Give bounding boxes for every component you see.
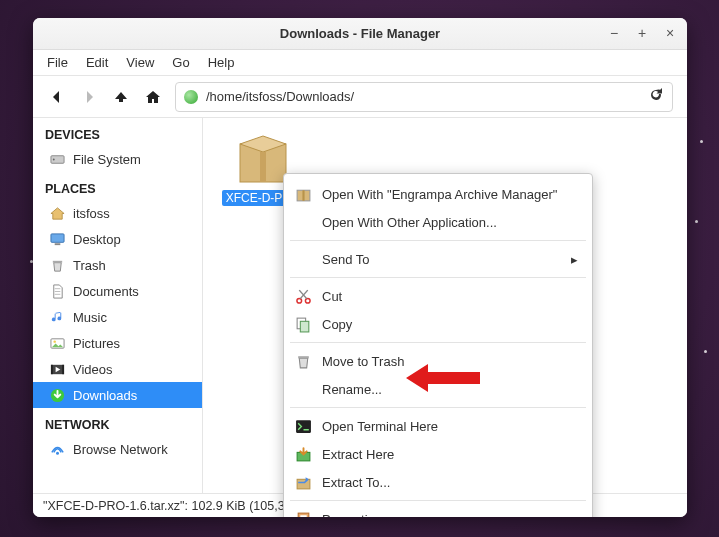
menu-view[interactable]: View: [118, 52, 162, 73]
copy-icon: [294, 315, 312, 333]
content-area[interactable]: XFCE-D-PRO Open With "Engrampa Archive M…: [203, 118, 687, 493]
ctx-label: Cut: [322, 289, 342, 304]
user-home-icon: [49, 205, 65, 221]
sidebar-item-itsfoss[interactable]: itsfoss: [33, 200, 202, 226]
refresh-button[interactable]: [648, 87, 664, 106]
properties-icon: [294, 510, 312, 517]
svg-rect-9: [62, 364, 64, 373]
menu-go[interactable]: Go: [164, 52, 197, 73]
context-menu: Open With "Engrampa Archive Manager" Ope…: [283, 173, 593, 517]
ctx-label: Properties...: [322, 512, 392, 518]
ctx-label: Rename...: [322, 382, 382, 397]
ctx-extract-here[interactable]: Extract Here: [284, 440, 592, 468]
sidebar-header-devices: DEVICES: [33, 118, 202, 146]
body: DEVICES File System PLACES itsfoss Deskt…: [33, 118, 687, 493]
minimize-button[interactable]: −: [607, 26, 621, 40]
ctx-label: Extract Here: [322, 447, 394, 462]
sidebar-item-label: Pictures: [73, 336, 120, 351]
trash-icon: [294, 352, 312, 370]
menu-file[interactable]: File: [39, 52, 76, 73]
documents-icon: [49, 283, 65, 299]
separator: [290, 500, 586, 501]
address-path: /home/itsfoss/Downloads/: [206, 89, 640, 104]
svg-rect-4: [52, 260, 61, 262]
menubar: File Edit View Go Help: [33, 50, 687, 76]
terminal-icon: [294, 417, 312, 435]
ctx-cut[interactable]: Cut: [284, 282, 592, 310]
svg-point-1: [52, 158, 54, 160]
extract-here-icon: [294, 445, 312, 463]
separator: [290, 407, 586, 408]
menu-edit[interactable]: Edit: [78, 52, 116, 73]
address-bar[interactable]: /home/itsfoss/Downloads/: [175, 82, 673, 112]
drive-icon: [49, 151, 65, 167]
sidebar: DEVICES File System PLACES itsfoss Deskt…: [33, 118, 203, 493]
ctx-label: Send To: [322, 252, 369, 267]
ctx-label: Copy: [322, 317, 352, 332]
ctx-label: Open With "Engrampa Archive Manager": [322, 187, 557, 202]
videos-icon: [49, 361, 65, 377]
menu-help[interactable]: Help: [200, 52, 243, 73]
ctx-open-with-engrampa[interactable]: Open With "Engrampa Archive Manager": [284, 180, 592, 208]
back-button[interactable]: [47, 87, 67, 107]
titlebar[interactable]: Downloads - File Manager − + ×: [33, 18, 687, 50]
svg-rect-25: [300, 515, 306, 517]
sidebar-item-downloads[interactable]: Downloads: [33, 382, 202, 408]
cut-icon: [294, 287, 312, 305]
extract-to-icon: [294, 473, 312, 491]
ctx-copy[interactable]: Copy: [284, 310, 592, 338]
close-button[interactable]: ×: [663, 26, 677, 40]
ctx-label: Move to Trash: [322, 354, 404, 369]
up-button[interactable]: [111, 87, 131, 107]
svg-point-16: [296, 298, 301, 303]
sidebar-item-label: Documents: [73, 284, 139, 299]
ctx-extract-to[interactable]: Extract To...: [284, 468, 592, 496]
archive-app-icon: [294, 185, 312, 203]
sidebar-item-videos[interactable]: Videos: [33, 356, 202, 382]
arrow-left-icon: [49, 89, 65, 105]
music-icon: [49, 309, 65, 325]
refresh-icon: [648, 87, 664, 103]
toolbar: /home/itsfoss/Downloads/: [33, 76, 687, 118]
arrow-up-icon: [113, 89, 129, 105]
sidebar-item-documents[interactable]: Documents: [33, 278, 202, 304]
sidebar-item-browse-network[interactable]: Browse Network: [33, 436, 202, 462]
sidebar-item-label: Videos: [73, 362, 113, 377]
maximize-button[interactable]: +: [635, 26, 649, 40]
sidebar-item-label: File System: [73, 152, 141, 167]
ctx-move-to-trash[interactable]: Move to Trash: [284, 347, 592, 375]
sidebar-item-trash[interactable]: Trash: [33, 252, 202, 278]
network-icon: [49, 441, 65, 457]
ctx-send-to[interactable]: Send To ▸: [284, 245, 592, 273]
sidebar-item-desktop[interactable]: Desktop: [33, 226, 202, 252]
separator: [290, 342, 586, 343]
svg-point-6: [53, 340, 55, 342]
svg-rect-19: [300, 321, 309, 332]
window-title: Downloads - File Manager: [280, 26, 440, 41]
sidebar-item-pictures[interactable]: Pictures: [33, 330, 202, 356]
svg-rect-15: [302, 190, 304, 201]
svg-rect-2: [50, 233, 63, 241]
ctx-open-terminal[interactable]: Open Terminal Here: [284, 412, 592, 440]
sidebar-item-file-system[interactable]: File System: [33, 146, 202, 172]
location-icon: [184, 90, 198, 104]
svg-point-17: [305, 298, 310, 303]
svg-rect-20: [298, 356, 309, 358]
sidebar-item-label: Trash: [73, 258, 106, 273]
separator: [290, 240, 586, 241]
ctx-properties[interactable]: Properties...: [284, 505, 592, 517]
ctx-rename[interactable]: Rename...: [284, 375, 592, 403]
forward-button[interactable]: [79, 87, 99, 107]
svg-rect-23: [297, 479, 310, 489]
separator: [290, 277, 586, 278]
sidebar-item-label: Browse Network: [73, 442, 168, 457]
sidebar-header-network: NETWORK: [33, 408, 202, 436]
home-button[interactable]: [143, 87, 163, 107]
pictures-icon: [49, 335, 65, 351]
ctx-label: Open Terminal Here: [322, 419, 438, 434]
svg-rect-3: [54, 243, 60, 245]
sidebar-item-label: Music: [73, 310, 107, 325]
sidebar-item-music[interactable]: Music: [33, 304, 202, 330]
chevron-right-icon: ▸: [571, 252, 578, 267]
ctx-open-with-other[interactable]: Open With Other Application...: [284, 208, 592, 236]
